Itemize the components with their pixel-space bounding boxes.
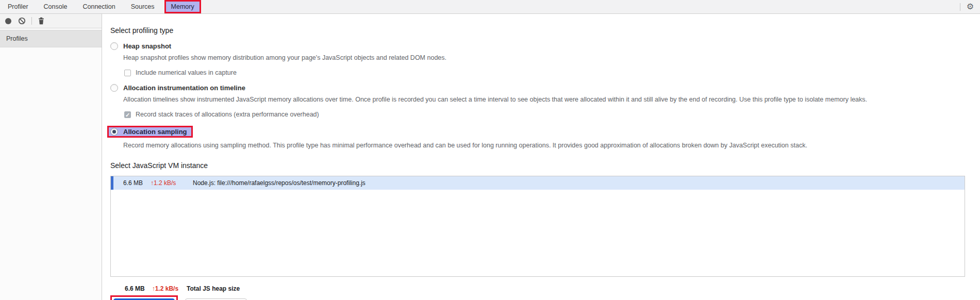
tab-console[interactable]: Console: [36, 0, 75, 13]
clear-all-icon[interactable]: [18, 17, 26, 25]
total-allocation-rate: ↑1.2 kB/s: [152, 285, 178, 292]
tab-sources[interactable]: Sources: [123, 0, 162, 13]
allocation-sampling-radio[interactable]: [110, 128, 118, 136]
profiles-sidebar: Profiles: [0, 14, 102, 300]
option-allocation-timeline: Allocation instrumentation on timeline A…: [110, 84, 980, 118]
allocation-timeline-radio[interactable]: [110, 84, 118, 92]
profiling-type-title: Select profiling type: [110, 26, 980, 35]
memory-panel: Select profiling type Heap snapshot Heap…: [102, 14, 980, 300]
record-stack-traces-label: Record stack traces of allocations (extr…: [136, 111, 319, 118]
vm-instance-name: Node.js: file:///home/rafaelgss/repos/os…: [193, 179, 366, 187]
tab-profiler[interactable]: Profiler: [0, 0, 36, 13]
heap-snapshot-description: Heap snapshot profiles show memory distr…: [123, 54, 980, 61]
profiler-toolbar: [0, 14, 102, 28]
total-heap-size-value: 6.6 MB: [125, 285, 145, 292]
include-numerical-values-checkbox[interactable]: [124, 70, 131, 76]
tab-memory[interactable]: Memory: [164, 0, 201, 13]
top-tab-bar: Profiler Console Connection Sources Memo…: [0, 0, 980, 14]
profiles-label: Profiles: [6, 35, 28, 42]
heap-snapshot-label: Heap snapshot: [123, 42, 171, 50]
vm-allocation-rate: ↑1.2 kB/s: [151, 179, 182, 187]
heap-snapshot-radio[interactable]: [110, 42, 118, 50]
total-heap-size-label: Total JS heap size: [187, 285, 240, 292]
vm-instance-list: 6.6 MB ↑1.2 kB/s Node.js: file:///home/r…: [110, 176, 965, 277]
settings-gear-icon[interactable]: ⚙: [967, 3, 974, 11]
allocation-sampling-label: Allocation sampling: [123, 128, 187, 136]
toolbar-divider: [31, 17, 32, 25]
option-allocation-sampling: Allocation sampling Record memory alloca…: [110, 126, 980, 149]
allocation-timeline-description: Allocation timelines show instrumented J…: [123, 96, 980, 103]
tab-connection[interactable]: Connection: [75, 0, 123, 13]
record-stack-traces-checkbox[interactable]: [124, 111, 131, 118]
sidebar-item-profiles[interactable]: Profiles: [0, 30, 102, 47]
allocation-sampling-description: Record memory allocations using sampling…: [123, 142, 980, 149]
vm-instance-title: Select JavaScript VM instance: [110, 161, 980, 170]
allocation-sampling-annotation-box: Allocation sampling: [107, 126, 193, 138]
action-buttons-row: Start Load: [110, 295, 980, 300]
tabbar-divider: [960, 3, 960, 11]
record-stack-traces-row: Record stack traces of allocations (extr…: [124, 111, 980, 118]
devtools-window: Profiler Console Connection Sources Memo…: [0, 0, 980, 300]
include-numerical-values-label: Include numerical values in capture: [136, 69, 237, 76]
record-icon[interactable]: [5, 18, 11, 24]
option-heap-snapshot: Heap snapshot Heap snapshot profiles sho…: [110, 42, 980, 76]
tabbar-right-controls: ⚙: [960, 3, 980, 11]
vm-instance-row[interactable]: 6.6 MB ↑1.2 kB/s Node.js: file:///home/r…: [111, 176, 965, 190]
allocation-timeline-label: Allocation instrumentation on timeline: [123, 84, 245, 92]
total-heap-row: 6.6 MB ↑1.2 kB/s Total JS heap size: [110, 285, 980, 292]
start-button-annotation-box: Start: [110, 295, 178, 300]
vm-heap-size: 6.6 MB: [123, 179, 146, 187]
delete-trash-icon[interactable]: [38, 17, 45, 25]
include-numerical-values-row: Include numerical values in capture: [124, 69, 980, 76]
